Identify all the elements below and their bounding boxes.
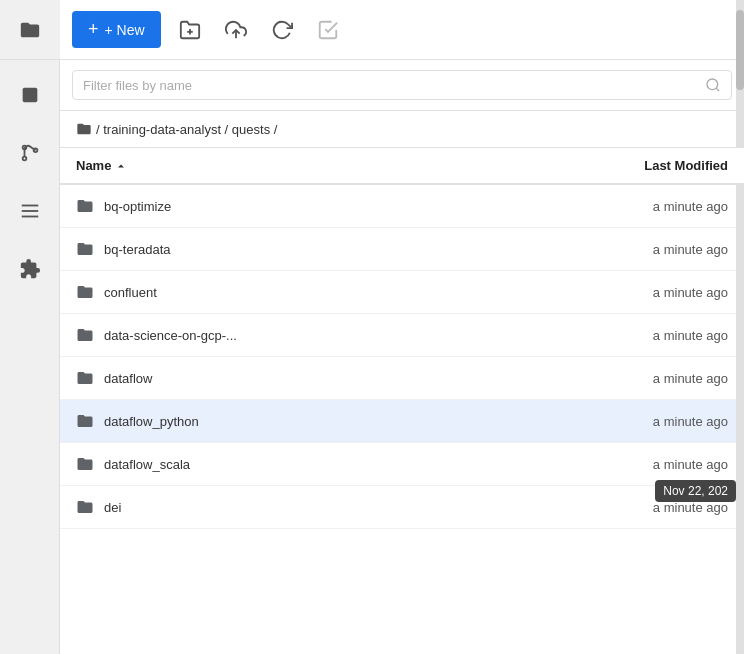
file-name: data-science-on-gcp-... xyxy=(76,326,548,344)
table-row[interactable]: dataflow_python a minute ago xyxy=(60,400,744,443)
file-modified: a minute ago xyxy=(548,199,728,214)
search-bar xyxy=(60,60,744,111)
sidebar xyxy=(0,0,60,654)
table-row[interactable]: bq-optimize a minute ago xyxy=(60,185,744,228)
table-row[interactable]: data-science-on-gcp-... a minute ago xyxy=(60,314,744,357)
folder-icon xyxy=(76,412,94,430)
folder-icon xyxy=(76,455,94,473)
file-name: dataflow xyxy=(76,369,548,387)
git-icon[interactable] xyxy=(5,128,55,178)
folder-icon xyxy=(76,369,94,387)
file-modified: a minute ago xyxy=(548,371,728,386)
svg-line-12 xyxy=(716,88,719,91)
main-panel: + + New xyxy=(60,0,744,654)
search-icon xyxy=(705,77,721,93)
search-input-wrapper[interactable] xyxy=(72,70,732,100)
folder-icon xyxy=(76,240,94,258)
plus-icon: + xyxy=(88,19,99,40)
new-folder-button[interactable] xyxy=(173,13,207,47)
breadcrumb-path: / training-data-analyst / quests / xyxy=(96,122,277,137)
file-modified: a minute ago xyxy=(548,328,728,343)
svg-rect-7 xyxy=(21,216,38,218)
svg-rect-6 xyxy=(21,210,38,212)
svg-rect-0 xyxy=(22,88,37,103)
folder-icon xyxy=(76,326,94,344)
file-modified: a minute ago xyxy=(548,500,728,515)
file-modified: a minute ago Nov 22, 202 xyxy=(548,457,728,472)
git-clone-button[interactable] xyxy=(311,13,345,47)
scrollbar[interactable] xyxy=(736,0,744,654)
svg-point-2 xyxy=(22,157,26,161)
file-table: Name Last Modified bq-optimize a minute … xyxy=(60,148,744,654)
extensions-icon[interactable] xyxy=(5,244,55,294)
modified-column-header[interactable]: Last Modified xyxy=(548,158,728,173)
folder-icon xyxy=(76,283,94,301)
folder-icon xyxy=(76,498,94,516)
name-column-header[interactable]: Name xyxy=(76,158,548,173)
toolbar: + + New xyxy=(60,0,744,60)
table-row[interactable]: dataflow a minute ago xyxy=(60,357,744,400)
file-name: bq-optimize xyxy=(76,197,548,215)
folder-icon xyxy=(76,121,92,137)
file-name: dataflow_python xyxy=(76,412,548,430)
table-row[interactable]: dei a minute ago xyxy=(60,486,744,529)
scrollbar-thumb[interactable] xyxy=(736,10,744,90)
stop-icon[interactable] xyxy=(5,70,55,120)
sidebar-top-icon[interactable] xyxy=(0,0,60,60)
file-modified: a minute ago xyxy=(548,285,728,300)
upload-button[interactable] xyxy=(219,13,253,47)
file-modified: a minute ago xyxy=(548,242,728,257)
file-name: confluent xyxy=(76,283,548,301)
refresh-button[interactable] xyxy=(265,13,299,47)
table-row[interactable]: dataflow_scala a minute ago Nov 22, 202 xyxy=(60,443,744,486)
file-name: dei xyxy=(76,498,548,516)
file-modified: a minute ago xyxy=(548,414,728,429)
search-input[interactable] xyxy=(83,78,697,93)
sort-asc-icon xyxy=(115,160,127,172)
new-button-label: + New xyxy=(105,22,145,38)
svg-point-11 xyxy=(707,79,718,90)
folder-icon xyxy=(76,197,94,215)
table-row[interactable]: bq-teradata a minute ago xyxy=(60,228,744,271)
list-icon[interactable] xyxy=(5,186,55,236)
svg-rect-5 xyxy=(21,205,38,207)
date-tooltip: Nov 22, 202 xyxy=(655,480,736,502)
table-row[interactable]: confluent a minute ago xyxy=(60,271,744,314)
file-name: dataflow_scala xyxy=(76,455,548,473)
table-header: Name Last Modified xyxy=(60,148,744,185)
file-name: bq-teradata xyxy=(76,240,548,258)
new-button[interactable]: + + New xyxy=(72,11,161,48)
breadcrumb: / training-data-analyst / quests / xyxy=(60,111,744,148)
